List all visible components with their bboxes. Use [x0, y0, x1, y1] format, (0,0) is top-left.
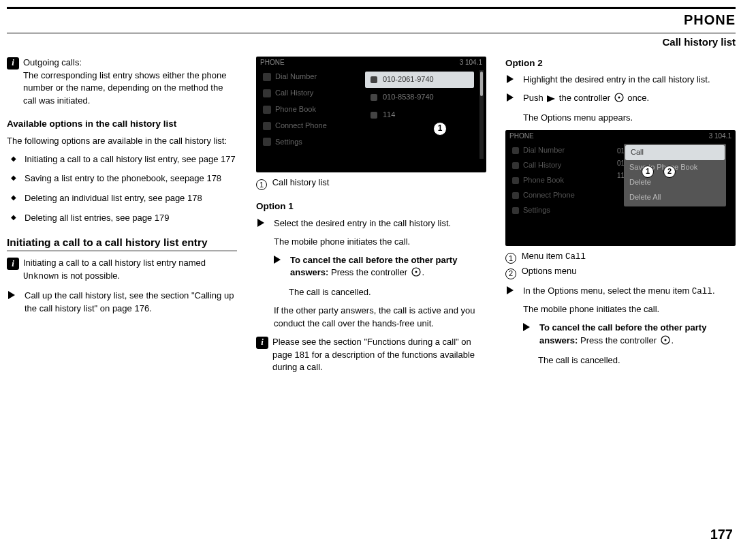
content-columns: i Outgoing calls: The corresponding list…	[7, 57, 736, 382]
literal-unknown: Unknown	[23, 272, 59, 281]
ss-history-entry: 010-8538-9740	[365, 89, 474, 106]
section-subheading: Call history list	[7, 33, 736, 50]
option-bullet: Saving a list entry to the phonebook, se…	[7, 172, 237, 185]
step-result: The mobile phone initiates the call.	[256, 236, 486, 249]
arrow-right-icon	[547, 93, 555, 106]
svg-marker-1	[257, 219, 264, 227]
substep-result: The call is cancelled.	[505, 354, 736, 367]
legend-number-icon: 1	[256, 179, 267, 190]
svg-marker-5	[507, 75, 514, 83]
svg-point-4	[415, 271, 417, 273]
ss-menu-item: Phone Book	[263, 104, 358, 115]
ss-status: 3 104.1	[709, 132, 731, 142]
info-note-outgoing: i Outgoing calls: The corresponding list…	[7, 57, 237, 108]
section-heading: PHONE	[7, 10, 736, 30]
column-2: PHONE 3 104.1 Dial Number Call History P…	[256, 57, 486, 382]
ss-options-popup: Call Save to Phone Book Delete Delete Al…	[624, 144, 726, 206]
option-bullet: Initiating a call to a call history list…	[7, 153, 237, 166]
ss-menu-item: Dial Number	[512, 145, 614, 156]
ss-history-list: 010-2061-9740 010-8538-9740 114	[365, 72, 474, 125]
options-list: Initiating a call to a call history list…	[7, 153, 237, 225]
subsection-title-options: Available options in the call history li…	[7, 117, 237, 131]
ss-menu-item: Connect Phone	[512, 190, 614, 201]
page-number: 177	[710, 525, 733, 544]
svg-marker-0	[8, 291, 15, 299]
svg-marker-7	[547, 95, 555, 102]
ss-popup-item-selected: Call	[625, 145, 725, 160]
intro-text: The following options are available in t…	[7, 135, 237, 148]
ss-status: 3 104.1	[460, 58, 482, 68]
ss-history-entry: 114	[365, 107, 474, 123]
controller-press-icon	[614, 93, 624, 106]
step-text: Select the desired entry in the call his…	[274, 217, 451, 230]
svg-point-13	[664, 339, 666, 341]
note-body: The corresponding list entry shows eithe…	[23, 70, 226, 106]
ss-menu-item: Dial Number	[263, 72, 358, 82]
note-body: Please see the section "Functions during…	[272, 336, 486, 375]
callout-badge-1: 1	[433, 122, 447, 136]
controller-press-icon	[661, 335, 670, 349]
svg-marker-10	[507, 286, 514, 294]
step-marker-icon	[523, 323, 533, 331]
figure-legend: 1 Call history list	[256, 176, 486, 191]
info-note-functions: i Please see the section "Functions duri…	[256, 336, 486, 375]
procedure-step: Push the controller once.	[505, 92, 736, 106]
literal-call: Call	[565, 252, 586, 262]
figure-legend: 2 Options menu	[505, 265, 736, 279]
ss-scrollbar	[479, 70, 484, 159]
step-marker-icon	[507, 93, 516, 102]
step-marker-icon	[8, 291, 18, 299]
svg-marker-2	[274, 256, 281, 264]
info-icon: i	[256, 337, 268, 349]
step-text: Call up the call history list, see the s…	[25, 290, 237, 316]
subsection-title-initiating: Initiating a call to a call history list…	[7, 236, 237, 251]
substep-result: The call is cancelled.	[256, 286, 486, 299]
info-icon: i	[7, 57, 19, 70]
procedure-step: Highlight the desired entry in the call …	[505, 74, 736, 87]
ss-menu-item: Call History	[512, 160, 614, 171]
info-note-unknown: i Initiating a call to a call history li…	[7, 257, 237, 283]
screenshot-call-history: PHONE 3 104.1 Dial Number Call History P…	[256, 57, 486, 172]
ss-sidebar: Dial Number Call History Phone Book Conn…	[512, 145, 614, 220]
info-icon: i	[7, 258, 19, 270]
procedure-step: Select the desired entry in the call his…	[256, 217, 486, 230]
option-title: Option 2	[505, 57, 736, 70]
step-result: The Options menu appears.	[505, 112, 736, 125]
step-marker-icon	[507, 75, 516, 83]
followup-text: If the other party answers, the call is …	[256, 305, 486, 330]
step-marker-icon	[274, 256, 283, 264]
option-bullet: Deleting all list entries, see page 179	[7, 212, 237, 225]
ss-popup-item: Delete All	[624, 190, 726, 205]
ss-sidebar: Dial Number Call History Phone Book Conn…	[263, 72, 358, 153]
option-title: Option 1	[256, 200, 486, 213]
ss-history-entry-selected: 010-2061-9740	[365, 72, 474, 88]
procedure-substep: To cancel the call before the other part…	[505, 322, 736, 349]
ss-menu-item: Connect Phone	[263, 121, 358, 132]
legend-number-icon: 1	[505, 253, 516, 264]
ss-menu-item: Settings	[512, 205, 614, 216]
step-marker-icon	[257, 219, 267, 227]
page-header: PHONE Call history list	[7, 7, 736, 50]
svg-marker-6	[507, 93, 514, 102]
step-text: Highlight the desired entry in the call …	[523, 74, 710, 87]
ss-menu-item: Settings	[263, 137, 358, 148]
procedure-substep: To cancel the call before the other part…	[256, 254, 486, 281]
procedure-step: Call up the call history list, see the s…	[7, 290, 237, 316]
option-bullet: Deleting an individual list entry, see p…	[7, 192, 237, 205]
step-marker-icon	[507, 286, 516, 294]
literal-call: Call	[692, 287, 712, 296]
step-result: The mobile phone initiates the call.	[505, 303, 736, 316]
controller-press-icon	[411, 267, 421, 281]
legend-number-icon: 2	[505, 268, 516, 279]
ss-menu-item: Call History	[263, 88, 358, 99]
ss-popup-item: Delete	[624, 175, 726, 190]
note-label: Outgoing calls:	[23, 57, 82, 67]
ss-title: PHONE	[260, 58, 285, 68]
callout-badge-2: 2	[663, 166, 676, 178]
column-3: Option 2 Highlight the desired entry in …	[505, 57, 736, 382]
ss-menu-item: Phone Book	[512, 175, 614, 186]
callout-badge-1: 1	[642, 166, 654, 178]
screenshot-options-menu: PHONE 3 104.1 Dial Number Call History P…	[505, 130, 736, 246]
ss-title: PHONE	[509, 132, 534, 142]
procedure-step: In the Options menu, select the menu ite…	[505, 285, 736, 298]
